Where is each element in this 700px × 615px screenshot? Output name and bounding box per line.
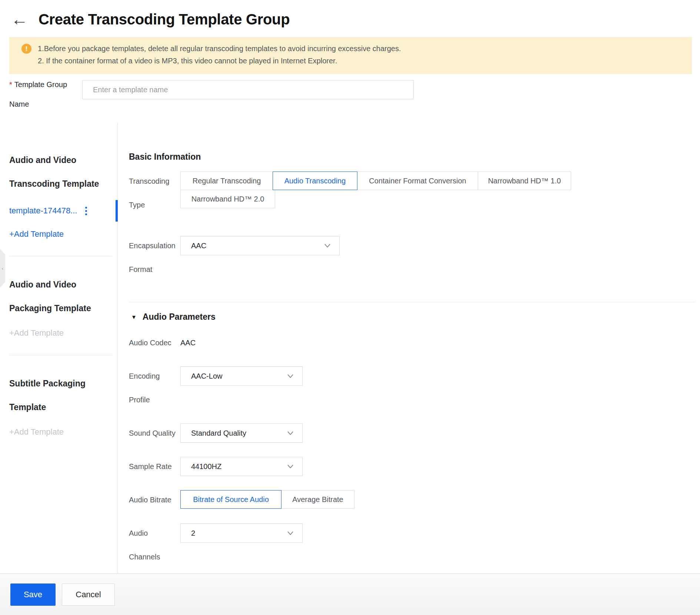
chevron-down-icon [287, 429, 294, 437]
cancel-button[interactable]: Cancel [62, 584, 115, 606]
audio-parameters-header[interactable]: ▼ Audio Parameters [131, 312, 696, 322]
audio-bitrate-options: Bitrate of Source Audio Average Bitrate [180, 490, 354, 509]
chevron-down-icon [287, 372, 294, 380]
audio-channels-label: Audio Channels [129, 521, 180, 569]
required-asterisk: * [9, 80, 12, 89]
sample-rate-value: 44100HZ [191, 462, 287, 471]
audio-channels-select[interactable]: 2 [180, 523, 303, 543]
section-divider [129, 302, 696, 302]
encoding-profile-label: Encoding Profile [129, 364, 180, 412]
type-narrowband-hd-2-button[interactable]: Narrowband HD™ 2.0 [180, 190, 275, 208]
template-group-name-label: *Template Group Name [9, 75, 82, 114]
notice-line-1: 1.Before you package templates, delete a… [38, 43, 401, 55]
sound-quality-row: Sound Quality Standard Quality [129, 423, 696, 445]
bitrate-of-source-audio-button[interactable]: Bitrate of Source Audio [180, 490, 281, 509]
encoding-profile-row: Encoding Profile AAC-Low [129, 366, 696, 412]
template-link[interactable]: template-174478... [9, 206, 77, 216]
sound-quality-label: Sound Quality [129, 421, 180, 445]
sidebar-section-transcoding-title: Audio and Video Transcoding Template [9, 148, 102, 196]
dot [85, 207, 87, 209]
add-packaging-template-link[interactable]: +Add Template [9, 324, 117, 342]
audio-codec-row: Audio Codec AAC [129, 333, 696, 355]
audio-bitrate-label: Audio Bitrate [129, 488, 180, 512]
page-body: ‹ Audio and Video Transcoding Template t… [0, 122, 700, 574]
sample-rate-row: Sample Rate 44100HZ [129, 457, 696, 478]
transcoding-type-label: Transcoding Type [129, 169, 180, 217]
sample-rate-label: Sample Rate [129, 455, 180, 478]
sound-quality-select[interactable]: Standard Quality [180, 423, 303, 443]
average-bitrate-button[interactable]: Average Bitrate [281, 490, 354, 509]
audio-channels-row: Audio Channels 2 [129, 523, 696, 569]
add-subtitle-template-link[interactable]: +Add Template [9, 423, 117, 441]
basic-information-title: Basic Information [129, 152, 696, 162]
collapse-triangle-icon: ▼ [131, 314, 137, 320]
encapsulation-format-value: AAC [191, 242, 324, 250]
sound-quality-value: Standard Quality [191, 429, 287, 438]
sidebar-item-template[interactable]: template-174478... [9, 200, 117, 221]
notice-text: 1.Before you package templates, delete a… [38, 43, 401, 67]
chevron-down-icon [287, 529, 294, 537]
encapsulation-format-row: Encapsulation Format AAC [129, 236, 696, 281]
dot [85, 213, 87, 215]
encapsulation-format-label: Encapsulation Format [129, 234, 180, 281]
add-transcoding-template-link[interactable]: +Add Template [9, 225, 117, 243]
type-container-format-conversion-button[interactable]: Container Format Conversion [357, 172, 478, 190]
back-arrow-icon[interactable]: ← [11, 11, 28, 28]
audio-channels-value: 2 [191, 529, 287, 538]
chevron-down-icon [287, 463, 294, 470]
audio-parameters-title: Audio Parameters [143, 312, 216, 322]
type-narrowband-hd-1-button[interactable]: Narrowband HD™ 1.0 [478, 172, 571, 190]
dot [85, 210, 87, 212]
template-sidebar: Audio and Video Transcoding Template tem… [0, 122, 118, 574]
footer-bar: Save Cancel [0, 574, 700, 615]
transcoding-type-row-2: Narrowband HD™ 2.0 [180, 190, 571, 208]
encoding-profile-select[interactable]: AAC-Low [180, 366, 303, 386]
notice-banner: ! 1.Before you package templates, delete… [9, 37, 692, 74]
page-title: Create Transcoding Template Group [39, 11, 290, 28]
save-button[interactable]: Save [10, 584, 56, 606]
template-group-name-row: *Template Group Name [9, 80, 700, 114]
sidebar-section-subtitle-title: Subtitle Packaging Template [9, 372, 102, 419]
template-group-name-label-text: Template Group Name [9, 80, 67, 108]
warning-icon: ! [21, 44, 31, 54]
audio-codec-label: Audio Codec [129, 331, 180, 355]
template-group-name-input[interactable] [82, 80, 414, 99]
encoding-profile-value: AAC-Low [191, 372, 287, 380]
active-item-indicator [116, 200, 118, 222]
transcoding-type-row: Transcoding Type Regular Transcoding Aud… [129, 172, 696, 217]
sidebar-divider [9, 256, 112, 256]
audio-codec-value: AAC [180, 333, 196, 352]
template-form: Basic Information Transcoding Type Regul… [118, 122, 700, 574]
audio-bitrate-row: Audio Bitrate Bitrate of Source Audio Av… [129, 490, 696, 512]
sidebar-divider [9, 355, 112, 355]
type-audio-transcoding-button[interactable]: Audio Transcoding [273, 172, 357, 190]
encapsulation-format-select[interactable]: AAC [180, 236, 340, 255]
notice-line-2: 2. If the container format of a video is… [38, 55, 401, 67]
transcoding-type-options: Regular Transcoding Audio Transcoding Co… [180, 172, 571, 208]
transcoding-type-row-1: Regular Transcoding Audio Transcoding Co… [180, 172, 571, 190]
more-menu-icon[interactable] [84, 205, 89, 217]
sample-rate-select[interactable]: 44100HZ [180, 457, 303, 476]
chevron-down-icon [324, 242, 331, 249]
page-header: ← Create Transcoding Template Group [0, 0, 700, 33]
sidebar-section-packaging-title: Audio and Video Packaging Template [9, 273, 102, 320]
type-regular-transcoding-button[interactable]: Regular Transcoding [180, 172, 273, 190]
